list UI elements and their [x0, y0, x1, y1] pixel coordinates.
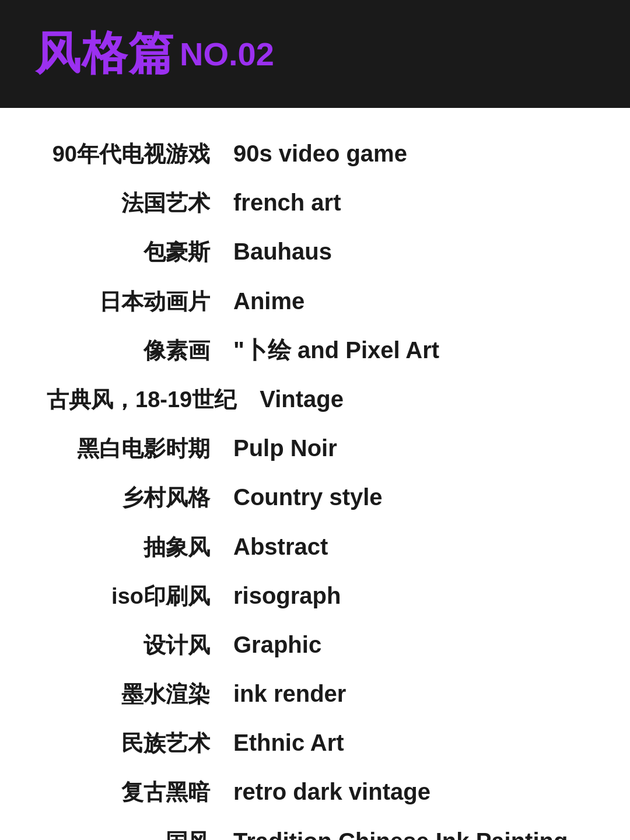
english-label: retro dark vintage [233, 775, 430, 808]
table-row: 国风Tradition Chinese Ink Painting style [47, 825, 583, 840]
english-label: Abstract [233, 530, 328, 563]
table-row: 像素画"卜绘 and Pixel Art [47, 334, 583, 366]
chinese-label: 包豪斯 [47, 237, 233, 268]
table-row: 乡村风格Country style [47, 481, 583, 513]
table-row: iso印刷风risograph [47, 579, 583, 612]
chinese-label: 日本动画片 [47, 286, 233, 317]
chinese-label: 民族艺术 [47, 728, 233, 759]
header-title-no: NO.02 [180, 35, 274, 73]
table-row: 复古黑暗retro dark vintage [47, 775, 583, 808]
table-row: 民族艺术Ethnic Art [47, 726, 583, 759]
english-label: ink render [233, 677, 346, 710]
table-row: 法国艺术french art [47, 186, 583, 219]
english-label: "卜绘 and Pixel Art [233, 334, 439, 366]
chinese-label: 90年代电视游戏 [47, 139, 233, 170]
table-row: 包豪斯Bauhaus [47, 235, 583, 268]
table-row: 墨水渲染ink render [47, 677, 583, 710]
chinese-label: 国风 [47, 827, 233, 840]
english-label: Vintage [260, 383, 344, 415]
header-title-chinese: 风格篇 [35, 23, 175, 85]
table-row: 古典风，18-19世纪Vintage [47, 383, 583, 415]
chinese-label: 复古黑暗 [47, 777, 233, 808]
english-label: 90s video game [233, 137, 407, 170]
english-label: Graphic [233, 628, 321, 661]
chinese-label: 乡村风格 [47, 482, 233, 513]
english-label: french art [233, 186, 341, 219]
chinese-label: 法国艺术 [47, 188, 233, 219]
english-label: Ethnic Art [233, 726, 344, 759]
table-row: 设计风Graphic [47, 628, 583, 661]
english-label: Bauhaus [233, 235, 332, 268]
table-row: 黑白电影时期Pulp Noir [47, 432, 583, 464]
table-row: 90年代电视游戏90s video game [47, 137, 583, 170]
table-row: 抽象风Abstract [47, 530, 583, 563]
chinese-label: 墨水渲染 [47, 679, 233, 710]
chinese-label: 像素画 [47, 335, 233, 366]
table-row: 日本动画片Anime [47, 285, 583, 317]
chinese-label: 黑白电影时期 [47, 433, 233, 464]
chinese-label: iso印刷风 [47, 581, 233, 612]
chinese-label: 抽象风 [47, 532, 233, 563]
chinese-label: 古典风，18-19世纪 [47, 384, 260, 415]
page-header: 风格篇 NO.02 [0, 0, 630, 108]
chinese-label: 设计风 [47, 630, 233, 661]
english-label: Tradition Chinese Ink Painting style [233, 825, 583, 840]
english-label: Anime [233, 285, 304, 317]
english-label: risograph [233, 579, 341, 612]
english-label: Pulp Noir [233, 432, 337, 464]
english-label: Country style [233, 481, 383, 513]
content-area: 90年代电视游戏90s video game法国艺术french art包豪斯B… [0, 108, 630, 840]
